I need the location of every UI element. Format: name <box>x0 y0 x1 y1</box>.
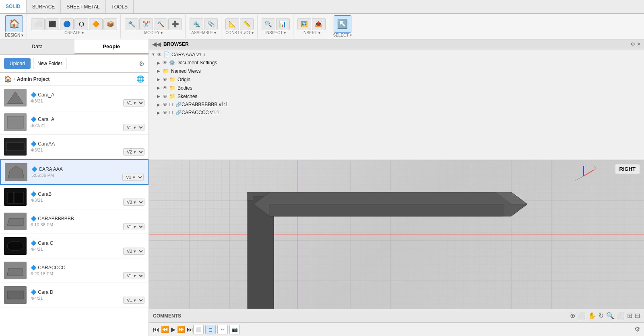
globe-icon[interactable]: 🌐 <box>136 75 144 83</box>
sketch-tool[interactable]: ◻ <box>205 325 216 334</box>
skip-start-button[interactable]: ⏮ <box>153 326 159 333</box>
frame-icon[interactable]: ⬜ <box>578 312 586 320</box>
grid-view-icon[interactable]: ⊞ <box>627 312 632 320</box>
window-icon[interactable]: ⬜ <box>617 312 625 320</box>
version-select[interactable]: V1 ▾ <box>123 99 144 107</box>
zoom-icon[interactable]: 🔍 <box>606 312 614 320</box>
tree-item[interactable]: ▶ 📁 Named Views <box>149 67 644 75</box>
tree-expand-icon[interactable]: ▶ <box>157 94 163 98</box>
tree-item[interactable]: ▶ 👁 📁 Origin <box>149 75 644 84</box>
assemble-icon-1[interactable]: 🔩 <box>190 18 203 30</box>
design-button[interactable]: 🏠 <box>5 15 23 32</box>
list-item[interactable]: 🔷 CARABBBBBBB 6:10:36 PM V1 ▾ <box>0 209 149 234</box>
list-item[interactable]: 🔷 CARA AAA 5:56:36 PM V1 ▾ <box>0 159 149 185</box>
tree-item[interactable]: ▶ 👁 ☐ 🔗 CARACCCC v1:1 <box>149 109 644 117</box>
design-label[interactable]: DESIGN ▾ <box>5 33 23 37</box>
create-icon-4[interactable]: ⬡ <box>74 18 88 30</box>
tree-item[interactable]: ▶ 👁 ⚙️ Document Settings <box>149 59 644 67</box>
insert-icon-1[interactable]: 🖼️ <box>297 18 311 30</box>
target-icon[interactable]: ⊕ <box>570 312 575 320</box>
tab-data[interactable]: Data <box>0 39 74 54</box>
tree-visibility-icon[interactable]: 👁 <box>163 94 169 99</box>
tree-check-icon[interactable]: ☐ <box>169 110 175 115</box>
tab-people[interactable]: People <box>74 39 149 54</box>
tab-surface[interactable]: SURFACE <box>27 0 61 13</box>
browser-settings-icon[interactable]: ⚙ <box>631 41 635 47</box>
list-item[interactable]: 🔷 CARACCCC 6:20:18 PM V1 ▾ <box>0 258 149 283</box>
insert-label[interactable]: INSERT ▾ <box>302 31 320 35</box>
tree-visibility-icon[interactable]: 👁 <box>163 110 169 115</box>
create-icon-1[interactable]: ⬜ <box>31 18 45 30</box>
rotate-icon[interactable]: ↻ <box>599 312 604 320</box>
skip-end-button[interactable]: ⏭ <box>187 326 193 333</box>
inspect-icon-2[interactable]: 📊 <box>276 18 290 30</box>
tree-visibility-icon[interactable]: 👁 <box>163 60 169 66</box>
cad-viewport[interactable]: X Z RIGHT <box>149 160 644 309</box>
construct-icon-2[interactable]: 📏 <box>240 18 254 30</box>
modify-icon-4[interactable]: ➕ <box>168 18 182 30</box>
construct-icon-1[interactable]: 📐 <box>225 18 239 30</box>
modify-label[interactable]: MODIFY ▾ <box>144 31 163 35</box>
inspect-icon-1[interactable]: 🔍 <box>262 18 275 30</box>
tab-solid[interactable]: SOLID <box>0 0 27 13</box>
assemble-icon-2[interactable]: 📎 <box>204 18 218 30</box>
new-folder-button[interactable]: New Folder <box>33 58 66 69</box>
list-item[interactable]: 🔷 Cara_A 3/22/21 V1 ▾ <box>0 110 149 135</box>
tab-tools[interactable]: TOOLS <box>106 0 134 13</box>
tree-visibility-icon[interactable]: 👁 <box>163 77 169 82</box>
tree-item[interactable]: ▶ 👁 📁 Bodies <box>149 84 644 92</box>
camera-tool[interactable]: 📷 <box>229 325 240 334</box>
list-item[interactable]: 🔷 CaraB 4/3/21 V3 ▾ <box>0 185 149 209</box>
browser-close-icon[interactable]: ✕ <box>637 41 641 47</box>
version-select[interactable]: V1 ▾ <box>122 174 144 181</box>
construct-label[interactable]: CONSTRUCT ▾ <box>225 31 254 35</box>
inspect-label[interactable]: INSPECT ▾ <box>265 31 286 35</box>
version-select[interactable]: V3 ▾ <box>123 199 144 206</box>
create-icon-5[interactable]: 🔶 <box>89 18 103 30</box>
selection-tool[interactable]: ⬜ <box>193 325 204 334</box>
version-select[interactable]: V1 ▾ <box>123 297 144 304</box>
tree-expand-icon[interactable]: ▶ <box>157 61 163 65</box>
tree-visibility-icon[interactable]: 👁 <box>163 102 169 107</box>
select-button[interactable]: ↖️ <box>334 15 351 33</box>
create-icon-2[interactable]: ⬛ <box>45 18 59 30</box>
tree-visibility-icon[interactable]: 👁 <box>157 52 163 57</box>
list-item[interactable]: 🔷 Cara D 4/4/21 V1 ▾ <box>0 283 149 307</box>
info-icon[interactable]: ℹ <box>203 52 205 57</box>
select-label[interactable]: SELECT ▾ <box>333 33 352 37</box>
tree-item[interactable]: ▶ 👁 📁 Sketches <box>149 92 644 100</box>
tree-expand-icon[interactable]: ▶ <box>157 102 163 107</box>
modify-icon-1[interactable]: 🔧 <box>125 18 138 30</box>
assemble-label[interactable]: ASSEMBLE ▾ <box>191 31 216 35</box>
hand-icon[interactable]: ✋ <box>588 312 596 320</box>
list-item[interactable]: 🔷 CaraAA 4/3/21 V2 ▾ <box>0 135 149 159</box>
settings-button[interactable]: ⚙ <box>139 60 144 68</box>
version-select[interactable]: V1 ▾ <box>123 272 144 279</box>
tree-expand-icon[interactable]: ▶ <box>157 86 163 90</box>
create-icon-6[interactable]: 📦 <box>103 18 117 30</box>
version-select[interactable]: V1 ▾ <box>123 223 144 230</box>
display-icon[interactable]: ⊟ <box>635 312 640 320</box>
tree-item[interactable]: ▶ 👁 ☐ 🔗 CARABBBBBBB v1:1 <box>149 100 644 109</box>
dimension-tool[interactable]: ↔ <box>217 325 228 334</box>
playback-settings-icon[interactable]: ⚙ <box>634 326 640 333</box>
version-select[interactable]: V1 ▾ <box>123 124 144 131</box>
tree-expand-icon[interactable]: ▶ <box>157 69 163 73</box>
home-icon[interactable]: 🏠 <box>4 75 12 83</box>
version-select[interactable]: V2 ▾ <box>123 148 144 156</box>
create-label[interactable]: CREATE ▾ <box>64 31 84 35</box>
list-item[interactable]: 🔷 Cara_A 4/3/21 V1 ▾ <box>0 86 149 110</box>
tree-expand-icon[interactable]: ▼ <box>151 52 157 57</box>
browser-collapse-icon[interactable]: ◀◀ <box>152 41 161 47</box>
prev-button[interactable]: ⏪ <box>161 326 169 333</box>
modify-icon-3[interactable]: 🔨 <box>154 18 167 30</box>
play-button[interactable]: ▶ <box>171 326 175 333</box>
list-item[interactable]: 🔷 Cara C 4/4/21 V2 ▾ <box>0 234 149 258</box>
modify-icon-2[interactable]: ✂️ <box>139 18 153 30</box>
version-select[interactable]: V2 ▾ <box>123 248 144 255</box>
tree-expand-icon[interactable]: ▶ <box>157 77 163 82</box>
upload-button[interactable]: Upload <box>4 58 31 69</box>
tree-expand-icon[interactable]: ▶ <box>157 111 163 115</box>
tree-check-icon[interactable]: ☐ <box>169 102 175 107</box>
tree-visibility-icon[interactable]: 👁 <box>163 85 169 91</box>
